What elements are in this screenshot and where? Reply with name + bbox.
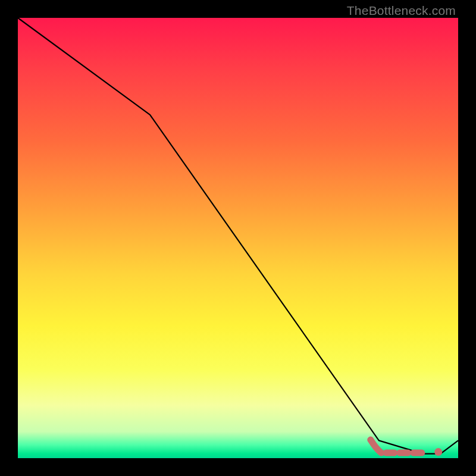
chart-overlay [18,18,458,458]
chart-frame: TheBottleneck.com [0,0,476,476]
marker-dot [434,448,442,456]
curve-line [18,18,458,454]
credit-label: TheBottleneck.com [347,4,456,18]
